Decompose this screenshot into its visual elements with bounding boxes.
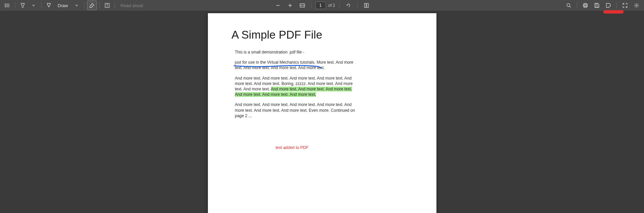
document-title: A Simple PDF File (232, 28, 413, 41)
erase-icon[interactable] (87, 1, 97, 10)
separator (617, 2, 617, 8)
separator (115, 2, 115, 8)
paragraph-4: And more text. And more text. And more t… (232, 102, 355, 119)
toolbar-right (564, 1, 644, 10)
para2-text-b: And more text. And more text. And more t… (243, 65, 325, 70)
separator (99, 2, 100, 8)
svg-text:T: T (106, 4, 108, 7)
svg-point-17 (567, 4, 570, 7)
svg-rect-16 (367, 3, 368, 7)
read-aloud-button[interactable]: Read aloud (118, 3, 143, 8)
draw-chevron-icon[interactable] (72, 1, 81, 10)
separator (339, 2, 339, 8)
svg-line-7 (91, 5, 93, 6)
svg-point-26 (636, 5, 637, 6)
svg-point-5 (5, 6, 6, 7)
separator (41, 2, 41, 8)
zoom-in-icon[interactable] (285, 1, 295, 10)
red-annotation-mark (603, 10, 624, 14)
svg-rect-15 (364, 3, 366, 7)
paragraph-2: just for use in the Virtual Mechanics tu… (232, 60, 355, 70)
page-total-label: of 2 (328, 3, 335, 8)
separator (15, 2, 15, 8)
highlight-icon[interactable] (18, 1, 27, 10)
separator (577, 2, 577, 8)
save-icon[interactable] (592, 1, 602, 10)
page-number-input[interactable] (315, 2, 326, 9)
svg-point-4 (5, 5, 6, 6)
svg-point-3 (5, 4, 6, 4)
draw-button[interactable]: Draw (55, 3, 71, 8)
save-edit-icon[interactable] (604, 1, 613, 10)
search-icon[interactable] (564, 1, 573, 10)
separator (311, 2, 311, 8)
contents-icon[interactable] (3, 1, 12, 10)
separator (84, 2, 84, 8)
separator (357, 2, 357, 8)
add-text-icon[interactable]: T (102, 1, 112, 10)
page-view-icon[interactable] (362, 1, 371, 10)
pdf-page-1: A Simple PDF File This is a small demons… (208, 13, 436, 213)
highlight-chevron-icon[interactable] (29, 1, 38, 10)
svg-rect-23 (596, 3, 598, 4)
toolbar-left: Draw T Read aloud (0, 1, 143, 10)
svg-rect-22 (596, 6, 598, 7)
added-text-annotation[interactable]: text added to PDF (276, 145, 309, 150)
svg-line-18 (570, 6, 571, 8)
print-icon[interactable] (581, 1, 590, 10)
pdf-toolbar: Draw T Read aloud of 2 (0, 0, 644, 11)
fit-width-icon[interactable] (297, 1, 307, 10)
pdf-content-area[interactable]: A Simple PDF File This is a small demons… (0, 11, 644, 213)
fullscreen-icon[interactable] (620, 1, 630, 10)
toolbar-center: of 2 (273, 1, 371, 10)
draw-pen-icon[interactable] (44, 1, 54, 10)
rotate-icon[interactable] (344, 1, 353, 10)
settings-icon[interactable] (632, 1, 641, 10)
paragraph-3: And more text. And more text. And more t… (232, 76, 355, 98)
zoom-out-icon[interactable] (273, 1, 282, 10)
paragraph-1: This is a small demonstration .pdf file … (232, 49, 355, 55)
